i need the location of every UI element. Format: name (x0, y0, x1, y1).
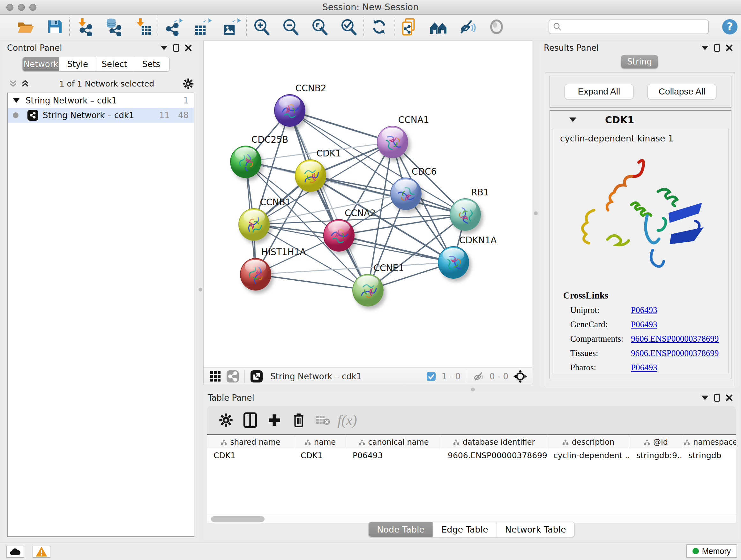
column-header-canonical-name[interactable]: canonical name (346, 435, 441, 449)
tab-node-table[interactable]: Node Table (368, 522, 433, 537)
network-share-icon[interactable] (224, 369, 241, 383)
import-network-button[interactable] (70, 16, 99, 37)
splitter-handle[interactable] (199, 288, 202, 292)
hide-selected-button[interactable] (453, 16, 482, 37)
network-node-cdc6[interactable] (390, 178, 421, 210)
panel-float-icon[interactable] (711, 43, 723, 53)
window-minimize-button[interactable] (18, 4, 25, 11)
cloud-button[interactable] (6, 546, 24, 558)
memory-button[interactable]: Memory (686, 544, 737, 558)
panel-menu-icon[interactable] (699, 43, 711, 53)
panel-float-icon[interactable] (711, 393, 723, 402)
export-network-button[interactable] (158, 16, 188, 37)
gear-icon[interactable] (182, 79, 194, 88)
table-cell[interactable]: CDK1 (207, 449, 294, 462)
function-builder-icon[interactable]: f(x) (337, 410, 357, 430)
show-columns-icon[interactable] (240, 410, 260, 430)
collapse-all-networks-icon[interactable] (7, 79, 19, 88)
import-table-button[interactable] (128, 16, 157, 37)
network-node-hist1h1a[interactable] (240, 258, 271, 291)
window-zoom-button[interactable] (29, 4, 37, 11)
add-column-icon[interactable] (265, 410, 284, 430)
column-header-name[interactable]: name (294, 435, 346, 449)
tab-style[interactable]: Style (59, 57, 96, 71)
tab-edge-table[interactable]: Edge Table (433, 522, 496, 537)
panel-menu-icon[interactable] (699, 393, 711, 402)
hidden-eye-slash-icon[interactable] (470, 369, 488, 383)
table-cell[interactable]: cyclin-dependent ... (547, 449, 630, 462)
column-header-database-identifier[interactable]: database identifier (441, 435, 547, 449)
search-box[interactable] (549, 19, 709, 34)
zoom-in-button[interactable] (247, 16, 276, 37)
network-canvas[interactable]: CCNB2CCNA1CDC25BCDK1CDC6RB1CCNB1CCNA2CDK… (203, 41, 532, 368)
selected-checkbox-icon[interactable] (422, 369, 440, 383)
collapse-all-button[interactable]: Collapse All (648, 84, 717, 99)
network-node-rb1[interactable] (450, 198, 481, 231)
clone-network-button[interactable] (395, 16, 424, 37)
network-row[interactable]: String Network – cdk1 11 48 (8, 108, 194, 123)
open-session-button[interactable] (11, 16, 40, 37)
network-node-cdkn1a[interactable] (438, 246, 469, 279)
save-session-icon (46, 18, 64, 36)
table-cell[interactable]: stringdb:9... (630, 449, 682, 462)
crosslink-link[interactable]: P06493 (631, 305, 657, 315)
network-node-cdc25b[interactable] (230, 145, 261, 178)
tab-network-table[interactable]: Network Table (497, 522, 575, 537)
scrollbar-thumb[interactable] (211, 516, 265, 522)
zoom-fit-button[interactable] (305, 16, 334, 37)
open-in-new-window-icon[interactable] (248, 369, 265, 383)
table-cell[interactable]: P06493 (346, 449, 441, 462)
save-session-button[interactable] (40, 16, 69, 37)
delete-table-icon[interactable] (313, 410, 333, 430)
expand-all-networks-icon[interactable] (19, 79, 31, 88)
network-node-ccne1[interactable] (352, 274, 384, 307)
tab-network[interactable]: Network (23, 57, 59, 71)
network-collection-row[interactable]: String Network – cdk1 1 (8, 93, 194, 108)
apply-layout-button[interactable] (364, 16, 394, 37)
table-gear-icon[interactable] (216, 410, 236, 430)
column-header-namespace[interactable]: namespace (682, 435, 736, 449)
table-cell[interactable]: 9606.ENSP00000378699 (441, 449, 547, 462)
panel-close-icon[interactable] (723, 393, 735, 402)
zoom-out-button[interactable] (276, 16, 305, 37)
expand-all-button[interactable]: Expand All (564, 84, 633, 99)
export-image-button[interactable] (217, 16, 246, 37)
crosslink-link[interactable]: 9606.ENSP00000378699 (631, 334, 719, 344)
network-node-ccna1[interactable] (377, 126, 408, 159)
tab-sets[interactable]: Sets (133, 57, 170, 71)
network-node-ccnb1[interactable] (239, 208, 270, 241)
panel-close-icon[interactable] (723, 43, 735, 53)
help-button[interactable]: ? (722, 19, 738, 35)
gene-header-row[interactable]: CDK1 (550, 111, 731, 129)
gene-description: cyclin-dependent kinase 1 (560, 133, 729, 143)
crosslink-link[interactable]: P06493 (631, 320, 657, 329)
show-graphics-details-button[interactable] (424, 16, 453, 37)
show-all-button[interactable] (482, 16, 511, 37)
search-input[interactable] (562, 20, 705, 33)
panel-menu-icon[interactable] (158, 43, 170, 53)
column-header-shared-name[interactable]: shared name (207, 435, 294, 449)
column-header-description[interactable]: description (547, 435, 630, 449)
delete-column-icon[interactable] (289, 410, 309, 430)
table-cell[interactable]: CDK1 (294, 449, 346, 462)
tab-select[interactable]: Select (96, 57, 133, 71)
warning-button[interactable] (32, 546, 51, 558)
export-table-button[interactable] (188, 16, 217, 37)
network-node-ccna2[interactable] (323, 219, 354, 252)
pan-crosshair-icon[interactable] (512, 369, 529, 383)
zoom-selected-button[interactable] (334, 16, 363, 37)
window-title: Session: New Session (0, 2, 741, 12)
import-network-from-database-button[interactable] (99, 16, 128, 37)
network-node-ccnb2[interactable] (274, 94, 306, 127)
crosslink-link[interactable]: 9606.ENSP00000378699 (631, 348, 719, 358)
crosslink-link[interactable]: P06493 (631, 363, 657, 373)
splitter-handle[interactable] (471, 388, 475, 391)
grid-view-icon[interactable] (207, 369, 224, 383)
table-cell[interactable]: stringdb (682, 449, 736, 462)
panel-float-icon[interactable] (170, 43, 182, 53)
tab-string[interactable]: String (621, 55, 658, 68)
column-header--id[interactable]: @id (630, 435, 682, 449)
splitter-handle[interactable] (534, 211, 538, 215)
panel-close-icon[interactable] (182, 43, 194, 53)
window-close-button[interactable] (6, 4, 13, 11)
